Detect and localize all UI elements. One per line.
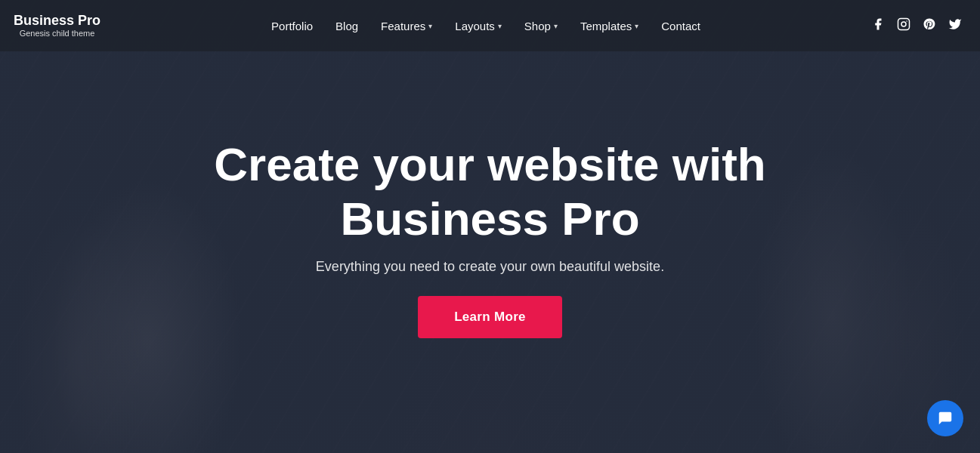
pinterest-icon[interactable] <box>923 17 936 35</box>
learn-more-button[interactable]: Learn More <box>418 296 562 338</box>
nav-item-contact[interactable]: Contact <box>652 14 709 39</box>
chevron-down-icon: ▾ <box>635 22 638 30</box>
nav-link-shop[interactable]: Shop ▾ <box>515 14 567 39</box>
facebook-icon[interactable] <box>871 17 885 35</box>
brand-logo[interactable]: Business Pro Genesis child theme <box>14 13 100 39</box>
navbar: Business Pro Genesis child theme Portfol… <box>0 0 980 51</box>
nav-link-features[interactable]: Features ▾ <box>372 14 441 39</box>
hero-title: Create your website with Business Pro <box>196 137 785 245</box>
nav-item-shop[interactable]: Shop ▾ <box>515 14 567 39</box>
chat-widget[interactable] <box>927 400 963 436</box>
hero-section: Business Pro Genesis child theme Portfol… <box>0 0 980 453</box>
nav-link-layouts[interactable]: Layouts ▾ <box>446 14 511 39</box>
chevron-down-icon: ▾ <box>554 22 558 30</box>
nav-item-features[interactable]: Features ▾ <box>372 14 441 39</box>
svg-point-2 <box>906 20 907 22</box>
nav-link-contact[interactable]: Contact <box>652 14 709 39</box>
svg-rect-0 <box>898 18 909 29</box>
nav-link-portfolio[interactable]: Portfolio <box>262 14 322 39</box>
chevron-down-icon: ▾ <box>428 22 432 30</box>
chevron-down-icon: ▾ <box>498 22 502 30</box>
twitter-icon[interactable] <box>948 17 962 35</box>
nav-link-templates[interactable]: Templates ▾ <box>571 14 648 39</box>
instagram-icon[interactable] <box>897 17 910 35</box>
brand-title: Business Pro <box>14 13 100 29</box>
social-icons <box>871 17 962 35</box>
hero-content: Create your website with Business Pro Ev… <box>196 137 785 338</box>
nav-item-templates[interactable]: Templates ▾ <box>571 14 648 39</box>
nav-item-layouts[interactable]: Layouts ▾ <box>446 14 511 39</box>
nav-links: Portfolio Blog Features ▾ Layouts ▾ Shop… <box>262 14 709 39</box>
hero-subtitle: Everything you need to create your own b… <box>316 259 664 275</box>
nav-link-blog[interactable]: Blog <box>326 14 367 39</box>
nav-item-blog[interactable]: Blog <box>326 14 367 39</box>
nav-item-portfolio[interactable]: Portfolio <box>262 14 322 39</box>
brand-subtitle: Genesis child theme <box>14 29 100 39</box>
svg-point-1 <box>901 22 906 26</box>
